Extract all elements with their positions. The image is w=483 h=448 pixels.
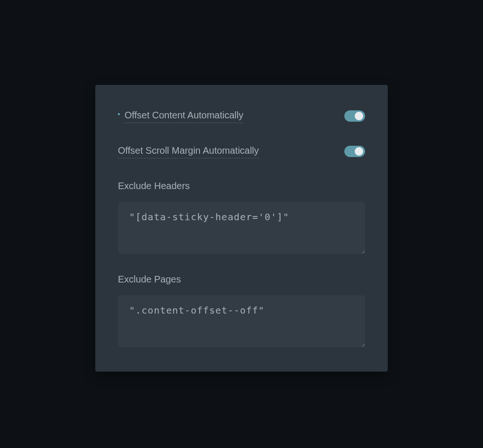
offset-scroll-margin-label: Offset Scroll Margin Automatically: [118, 144, 259, 158]
exclude-pages-input[interactable]: [118, 295, 365, 347]
exclude-headers-input[interactable]: [118, 202, 365, 254]
offset-scroll-margin-toggle[interactable]: [344, 146, 365, 157]
bullet-indicator-icon: [118, 113, 120, 115]
offset-content-label: Offset Content Automatically: [125, 108, 243, 123]
label-wrap: Offset Content Automatically: [118, 108, 243, 123]
offset-scroll-margin-row: Offset Scroll Margin Automatically: [118, 144, 365, 158]
label-wrap: Offset Scroll Margin Automatically: [118, 144, 259, 158]
exclude-pages-group: Exclude Pages: [118, 273, 365, 349]
exclude-headers-group: Exclude Headers: [118, 179, 365, 256]
exclude-headers-label: Exclude Headers: [118, 179, 365, 192]
offset-content-row: Offset Content Automatically: [118, 108, 365, 123]
toggle-knob-icon: [355, 147, 363, 156]
offset-content-toggle[interactable]: [344, 110, 365, 122]
toggle-knob-icon: [355, 112, 363, 120]
exclude-pages-label: Exclude Pages: [118, 273, 365, 286]
settings-panel: Offset Content Automatically Offset Scro…: [95, 85, 388, 372]
